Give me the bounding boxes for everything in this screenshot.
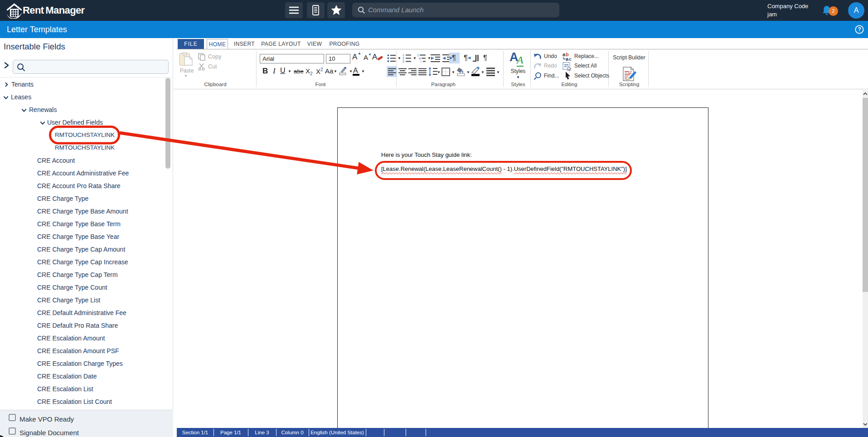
svg-text:i: i: [421, 60, 422, 63]
svg-text:a: a: [563, 52, 566, 57]
svg-text:?: ?: [858, 26, 861, 33]
svg-text:c: c: [569, 56, 572, 61]
svg-text:2: 2: [402, 57, 404, 60]
svg-text:a: a: [566, 56, 569, 61]
svg-text:1: 1: [402, 53, 404, 57]
svg-text:a: a: [419, 57, 421, 60]
svg-text:1: 1: [417, 53, 419, 57]
svg-text:3: 3: [402, 60, 404, 63]
